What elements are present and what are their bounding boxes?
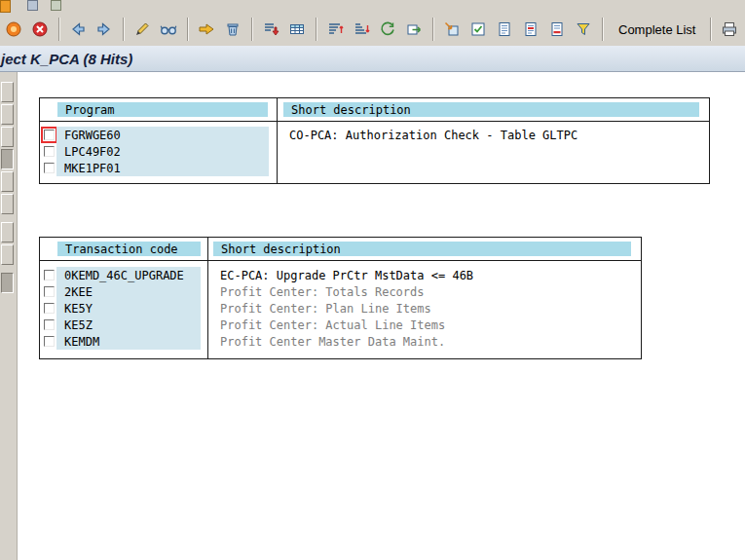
detail-icon[interactable] [492, 17, 517, 42]
refresh-icon[interactable] [375, 17, 400, 42]
toolbar-separator [123, 18, 125, 41]
transaction-code-cell[interactable]: KE5Z [56, 317, 201, 333]
transaction-code-cell[interactable]: 2KEE [56, 283, 201, 300]
description-cell: Profit Center: Plan Line Items [201, 302, 641, 316]
panel-edge-button[interactable] [1, 244, 14, 265]
print-icon[interactable] [717, 17, 742, 42]
delete-trash-icon[interactable] [220, 17, 245, 42]
toolbar-separator [251, 18, 253, 41]
table-row: KE5Y Profit Center: Plan Line Items [40, 300, 641, 317]
column-header-transaction-code: Transaction code [57, 242, 201, 256]
column-divider [277, 98, 278, 183]
programs-table-header: Program Short description [40, 98, 709, 121]
title-bar: ject K_PCA (8 Hits) [0, 46, 745, 72]
table-view-icon[interactable] [284, 17, 310, 42]
column-divider [207, 238, 208, 358]
table-row: LPC49F02 [40, 143, 709, 160]
checklist-icon[interactable] [466, 17, 491, 42]
toolbar-separator [432, 18, 434, 41]
remove-line-icon[interactable] [544, 17, 570, 42]
transaction-code-cell[interactable]: KEMDM [56, 333, 201, 350]
toolbar-separator [316, 18, 317, 41]
column-header-program: Program [57, 102, 268, 117]
table-row: MKE1PF01 [40, 160, 709, 176]
toolbar-separator [187, 18, 189, 41]
panel-edge-button[interactable] [1, 273, 14, 293]
edit-pencil-icon[interactable] [130, 17, 155, 42]
transactions-table-header: Transaction code Short description [40, 238, 641, 260]
transactions-table-body: 0KEMD_46C_UPGRADE EC-PCA: Upgrade PrCtr … [40, 261, 641, 358]
filter-icon[interactable] [571, 17, 596, 42]
toolbar-separator [710, 18, 712, 41]
export-icon[interactable] [258, 17, 283, 42]
transaction-code-cell[interactable]: 0KEMD_46C_UPGRADE [56, 267, 201, 283]
description-cell: CO-PCA: Authorization Check - Table GLTP… [269, 129, 709, 142]
description-cell: Profit Center Master Data Maint. [201, 335, 641, 349]
row-checkbox[interactable] [44, 336, 55, 347]
toolbar: Complete List [0, 0, 745, 47]
program-cell[interactable]: FGRWGE60 [56, 127, 269, 143]
column-header-short-description: Short description [213, 242, 631, 256]
toolbar-separator [58, 18, 60, 41]
panel-edge-button[interactable] [1, 171, 14, 192]
complete-list-button[interactable]: Complete List [609, 19, 705, 40]
transaction-code-cell[interactable]: KE5Y [56, 300, 201, 317]
table-row: 0KEMD_46C_UPGRADE EC-PCA: Upgrade PrCtr … [40, 267, 641, 283]
sort-descending-icon[interactable] [349, 17, 374, 42]
display-glasses-icon[interactable] [156, 17, 181, 42]
table-row: FGRWGE60 CO-PCA: Authorization Check - T… [40, 127, 709, 143]
partial-icon[interactable] [51, 0, 61, 11]
programs-table: Program Short description FGRWGE60 CO-PC… [39, 97, 710, 184]
row-checkbox[interactable] [44, 319, 55, 330]
row-checkbox[interactable] [44, 130, 55, 140]
panel-edge-button[interactable] [1, 222, 14, 243]
panel-edge-button[interactable] [1, 82, 14, 102]
other-object-icon[interactable] [194, 17, 219, 42]
open-object-icon[interactable] [401, 17, 427, 42]
import-icon[interactable] [439, 17, 465, 42]
row-checkbox[interactable] [44, 286, 55, 297]
description-cell: Profit Center: Actual Line Items [201, 318, 641, 332]
description-cell: EC-PCA: Upgrade PrCtr MstData <= 46B [201, 269, 641, 282]
panel-edge-button[interactable] [1, 149, 14, 169]
application-toolbar: Complete List [0, 15, 745, 44]
document-icon[interactable] [518, 17, 543, 42]
row-checkbox[interactable] [44, 146, 55, 157]
panel-edge-button[interactable] [1, 104, 14, 125]
row-checkbox[interactable] [44, 163, 55, 173]
transactions-table: Transaction code Short description 0KEMD… [39, 237, 642, 359]
table-row: 2KEE Profit Center: Totals Records [40, 283, 641, 300]
page-title: ject K_PCA (8 Hits) [0, 51, 132, 67]
cancel-icon[interactable] [27, 17, 53, 42]
toolbar-separator [602, 18, 604, 41]
session-icon[interactable] [1, 17, 26, 42]
program-cell[interactable]: MKE1PF01 [56, 160, 269, 176]
forward-icon[interactable] [92, 17, 117, 42]
program-cell[interactable]: LPC49F02 [56, 143, 269, 160]
table-row: KE5Z Profit Center: Actual Line Items [40, 317, 641, 333]
table-row: KEMDM Profit Center Master Data Maint. [40, 333, 641, 350]
row-checkbox[interactable] [44, 303, 55, 314]
row-checkbox[interactable] [44, 270, 55, 280]
clipped-left-panel [0, 72, 18, 560]
panel-edge-button[interactable] [1, 127, 14, 147]
panel-edge-button[interactable] [1, 194, 14, 214]
description-cell: Profit Center: Totals Records [201, 285, 641, 299]
column-header-short-description: Short description [283, 102, 699, 117]
clipped-upper-toolbar [0, 0, 745, 13]
programs-table-body: FGRWGE60 CO-PCA: Authorization Check - T… [40, 122, 709, 183]
partial-icon[interactable] [27, 0, 38, 11]
sort-ascending-icon[interactable] [322, 17, 348, 42]
back-icon[interactable] [65, 17, 91, 42]
partial-icon[interactable] [0, 0, 11, 13]
